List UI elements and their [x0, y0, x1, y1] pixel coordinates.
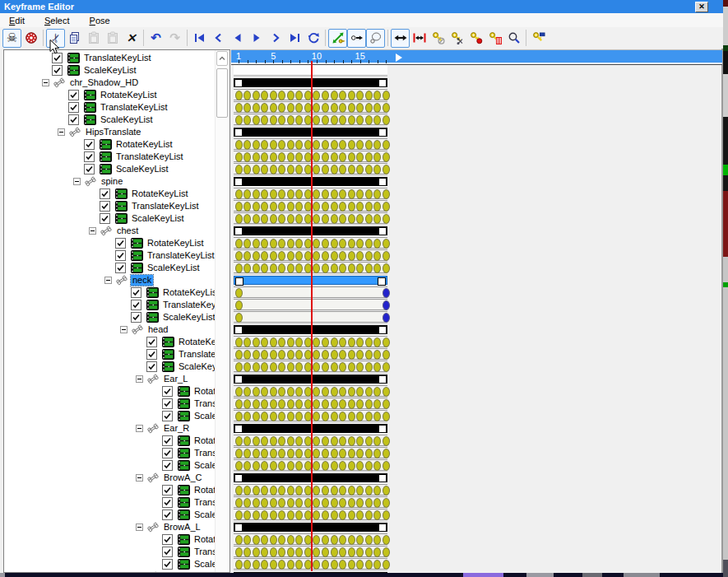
- keyframe-marker[interactable]: [348, 350, 355, 360]
- keyframe-marker[interactable]: [243, 214, 251, 224]
- keyframe-marker[interactable]: [295, 103, 303, 113]
- keyframe-marker[interactable]: [373, 251, 381, 261]
- tree-checkbox[interactable]: [131, 287, 141, 298]
- keyframe-marker[interactable]: [253, 165, 260, 174]
- keyframe-marker[interactable]: [383, 251, 390, 261]
- keyframe-marker[interactable]: [278, 239, 285, 249]
- keyframe-marker[interactable]: [373, 165, 381, 174]
- keyframe-marker[interactable]: [373, 337, 381, 347]
- keyframe-marker[interactable]: [253, 547, 260, 557]
- keyframe-marker[interactable]: [331, 461, 338, 471]
- keyframe-marker[interactable]: [322, 251, 329, 261]
- keyframe-marker[interactable]: [348, 547, 355, 557]
- timeline-ruler[interactable]: 151015: [231, 50, 722, 65]
- keyframe-marker[interactable]: [253, 412, 260, 421]
- keyframe-marker[interactable]: [322, 350, 329, 360]
- keyframe-marker[interactable]: [322, 399, 329, 409]
- keyframe-marker[interactable]: [261, 362, 268, 372]
- keyframe-marker[interactable]: [243, 103, 251, 113]
- keyframe-marker[interactable]: [278, 449, 285, 458]
- keyframe-marker[interactable]: [253, 263, 260, 273]
- keyframe-marker[interactable]: [235, 337, 243, 347]
- keyframe-marker[interactable]: [373, 498, 381, 508]
- tree-checkbox[interactable]: [146, 337, 157, 347]
- tree-item-label[interactable]: RotateKeyList: [161, 287, 220, 298]
- keyframe-marker[interactable]: [322, 498, 329, 508]
- keyframe-marker[interactable]: [322, 535, 329, 545]
- keyframe-marker[interactable]: [373, 387, 381, 397]
- keyframe-marker[interactable]: [339, 436, 346, 446]
- keyframe-marker[interactable]: [261, 214, 268, 224]
- keyframe-marker[interactable]: [339, 362, 346, 372]
- keyframe-marker[interactable]: [339, 387, 346, 397]
- tree-item-label[interactable]: RotateKeyList: [130, 188, 189, 199]
- keyframe-marker[interactable]: [313, 510, 320, 520]
- tree-item-label[interactable]: RotateKeyList: [99, 90, 158, 100]
- keyframe-marker[interactable]: [253, 152, 260, 162]
- keyframe-marker[interactable]: [235, 461, 243, 471]
- keyframe-marker[interactable]: [253, 140, 260, 150]
- keyframe-marker[interactable]: [365, 498, 373, 508]
- undo-button[interactable]: ↶: [146, 29, 165, 48]
- range-handle-right[interactable]: [378, 79, 387, 87]
- keyframe-marker[interactable]: [261, 387, 268, 397]
- keyframe-marker[interactable]: [331, 535, 338, 545]
- keyframe-marker[interactable]: [322, 165, 329, 174]
- keyframe-marker[interactable]: [295, 412, 303, 421]
- tree-checkbox[interactable]: [68, 102, 79, 113]
- keyframe-marker[interactable]: [243, 350, 251, 360]
- keyframe-marker[interactable]: [348, 560, 355, 570]
- keyframe-marker[interactable]: [339, 140, 346, 150]
- keyframe-marker[interactable]: [243, 189, 251, 199]
- keyframe-marker[interactable]: [278, 337, 285, 347]
- keyframe-marker[interactable]: [287, 449, 294, 458]
- keyframe-marker[interactable]: [356, 239, 364, 249]
- keyframe-marker[interactable]: [383, 337, 390, 347]
- keyframe-marker[interactable]: [235, 436, 243, 446]
- keyframe-marker[interactable]: [313, 350, 320, 360]
- keyframe-marker[interactable]: [348, 412, 355, 421]
- keyframe-marker[interactable]: [322, 91, 329, 100]
- keyframe-marker[interactable]: [322, 202, 329, 212]
- keyframe-marker[interactable]: [261, 350, 268, 360]
- keyframe-marker[interactable]: [339, 152, 346, 162]
- keyframe-marker[interactable]: [243, 239, 251, 249]
- keyframe-marker[interactable]: [287, 115, 294, 125]
- keyframe-marker[interactable]: [253, 399, 260, 409]
- keyframe-marker[interactable]: [313, 436, 320, 446]
- playhead-line[interactable]: [311, 61, 313, 571]
- keyframe-marker[interactable]: [253, 362, 260, 372]
- keyframe-marker[interactable]: [373, 547, 381, 557]
- tree-expander[interactable]: [136, 474, 143, 482]
- keyframe-marker[interactable]: [356, 152, 364, 162]
- keyframe-marker[interactable]: [235, 412, 243, 421]
- keyframe-marker[interactable]: [253, 535, 260, 545]
- keyframe-marker[interactable]: [383, 399, 390, 409]
- keyframe-marker[interactable]: [270, 535, 277, 545]
- keyframe-marker[interactable]: [261, 436, 268, 446]
- keyframe-marker[interactable]: [322, 152, 329, 162]
- keyframe-marker[interactable]: [365, 399, 373, 409]
- go-next-frame-button[interactable]: [247, 29, 266, 48]
- range-handle-left[interactable]: [234, 178, 243, 186]
- keyframe-marker[interactable]: [253, 486, 260, 496]
- keyframe-marker[interactable]: [270, 165, 277, 174]
- tree-item-label[interactable]: spine: [100, 176, 124, 187]
- keyframe-marker[interactable]: [331, 449, 338, 458]
- go-next-key-button[interactable]: [266, 29, 285, 48]
- keyframe-marker[interactable]: [287, 214, 294, 224]
- keyframe-marker[interactable]: [270, 510, 277, 520]
- keyframe-marker[interactable]: [243, 510, 251, 520]
- keyframe-marker[interactable]: [373, 449, 381, 458]
- keyframe-marker[interactable]: [278, 202, 285, 212]
- keyframe-marker[interactable]: [235, 103, 243, 113]
- keyframe-marker[interactable]: [348, 263, 355, 273]
- keyframe-marker[interactable]: [331, 165, 338, 174]
- keyframe-marker[interactable]: [313, 165, 320, 174]
- move-keys-button[interactable]: [328, 29, 347, 48]
- keyframe-marker[interactable]: [278, 251, 285, 261]
- keyframe-marker[interactable]: [365, 486, 373, 496]
- keyframe-marker[interactable]: [278, 189, 285, 199]
- keyframe-marker[interactable]: [331, 103, 338, 113]
- keyframe-marker[interactable]: [322, 263, 329, 273]
